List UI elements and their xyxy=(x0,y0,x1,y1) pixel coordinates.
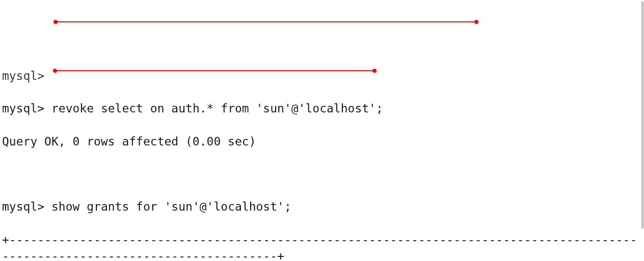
cut-prompt-line: mysql> xyxy=(2,68,642,84)
table-border-top: +---------------------------------------… xyxy=(2,231,642,261)
scrollbar-thumb[interactable] xyxy=(641,1,643,229)
blank-line xyxy=(2,166,642,182)
annotation-underline-1 xyxy=(56,21,476,22)
prompt: mysql> xyxy=(2,200,44,213)
annotation-dot-1-right xyxy=(474,20,478,24)
command-line-2: mysql> show grants for 'sun'@'localhost'… xyxy=(2,198,642,215)
scrollbar-track[interactable] xyxy=(641,0,644,261)
annotation-dot-1-left xyxy=(53,20,58,24)
sql-command-show-grants: show grants for 'sun'@'localhost'; xyxy=(51,200,291,213)
prompt: mysql> xyxy=(2,102,44,115)
command-line-1: mysql> revoke select on auth.* from 'sun… xyxy=(2,100,642,117)
response-line-1: Query OK, 0 rows affected (0.00 sec) xyxy=(2,133,642,150)
sql-command-revoke: revoke select on auth.* from 'sun'@'loca… xyxy=(51,102,383,115)
terminal-output: mysql> mysql> revoke select on auth.* fr… xyxy=(2,66,642,261)
